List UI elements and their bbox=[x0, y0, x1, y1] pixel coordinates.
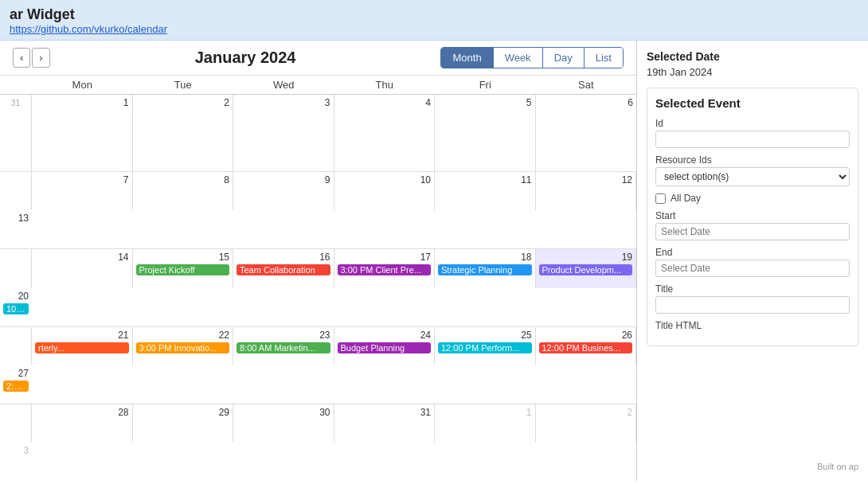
day-cell[interactable]: 2 bbox=[536, 404, 637, 443]
day-num: 23 bbox=[237, 330, 330, 341]
day-cell[interactable]: 12 bbox=[536, 172, 637, 210]
day-cell[interactable]: 10 bbox=[334, 172, 436, 210]
id-field: Id bbox=[655, 118, 850, 148]
day-cell[interactable]: 14 bbox=[32, 249, 133, 287]
start-field: Start bbox=[655, 210, 850, 240]
day-cell[interactable]: 24 Budget Planning bbox=[334, 327, 436, 365]
id-input[interactable] bbox=[655, 131, 850, 148]
day-num: 17 bbox=[338, 252, 432, 263]
view-btn-day[interactable]: Day bbox=[543, 48, 585, 68]
day-cell[interactable]: 21 rterly... bbox=[32, 327, 133, 365]
week-num-4 bbox=[0, 327, 32, 365]
event-marketing[interactable]: 8:00 AM Marketin... bbox=[237, 342, 330, 353]
week-row-5: 28 29 30 31 1 2 bbox=[0, 404, 636, 481]
day-cell[interactable]: 25 12:00 PM Perform... bbox=[435, 327, 536, 365]
view-btn-week[interactable]: Week bbox=[494, 48, 543, 68]
calendar-grid: Mon Tue Wed Thu Fri Sat 31 1 2 bbox=[0, 76, 636, 481]
day-cell[interactable]: 11 bbox=[435, 172, 536, 210]
day-headers: Mon Tue Wed Thu Fri Sat bbox=[0, 76, 636, 95]
end-field: End bbox=[655, 247, 850, 277]
day-num: 7 bbox=[35, 174, 129, 185]
event-training[interactable]: 10:00 AM Training ... bbox=[3, 303, 29, 314]
month-title: January 2024 bbox=[195, 49, 296, 67]
day-cell[interactable]: 7 bbox=[32, 172, 133, 210]
event-innovation[interactable]: 3:00 PM Innovatio... bbox=[136, 342, 230, 353]
day-num: 28 bbox=[35, 407, 129, 418]
event-project-kickoff[interactable]: Project Kickoff bbox=[136, 264, 230, 275]
event-business[interactable]: 12:00 PM Busines... bbox=[539, 342, 633, 353]
day-cell[interactable]: 19 Product Developm... bbox=[536, 249, 637, 287]
event-strategic-planning[interactable]: Strategic Planning bbox=[438, 264, 532, 275]
app-link[interactable]: https://github.com/vkurko/calendar bbox=[10, 23, 167, 35]
end-label: End bbox=[655, 247, 850, 258]
top-banner: ar Widget https://github.com/vkurko/cale… bbox=[0, 0, 868, 41]
day-cell[interactable]: 15 Project Kickoff bbox=[133, 249, 234, 287]
day-cell[interactable]: 3 bbox=[233, 95, 334, 171]
built-on: Built on ap bbox=[647, 462, 858, 471]
event-budget-planning[interactable]: Budget Planning bbox=[338, 342, 432, 353]
day-num: 3 bbox=[3, 445, 29, 456]
day-num: 30 bbox=[237, 407, 330, 418]
day-header-sat: Sat bbox=[536, 76, 637, 94]
selected-date-section: Selected Date 19th Jan 2024 bbox=[647, 50, 858, 78]
day-cell[interactable]: 13 bbox=[0, 210, 32, 248]
day-cell[interactable]: 28 bbox=[32, 404, 133, 443]
day-cell[interactable]: 20 10:00 AM Training ... bbox=[0, 288, 32, 326]
day-num: 12 bbox=[539, 174, 633, 185]
view-btn-month[interactable]: Month bbox=[441, 48, 493, 68]
day-num: 9 bbox=[237, 174, 330, 185]
right-panel: Selected Date 19th Jan 2024 Selected Eve… bbox=[637, 41, 868, 481]
day-cell[interactable]: 27 2:00 PM Customer... bbox=[0, 365, 32, 404]
day-num: 29 bbox=[136, 407, 230, 418]
end-input[interactable] bbox=[655, 260, 850, 277]
resource-ids-select[interactable]: select option(s) bbox=[655, 167, 850, 186]
day-cell[interactable]: 1 bbox=[435, 404, 536, 443]
day-num: 8 bbox=[136, 174, 230, 185]
day-cell[interactable]: 8 bbox=[133, 172, 234, 210]
day-cell[interactable]: 18 Strategic Planning bbox=[435, 249, 536, 287]
day-cell[interactable]: 2 bbox=[133, 95, 234, 171]
event-quarterly[interactable]: rterly... bbox=[35, 342, 129, 353]
day-cell[interactable]: 17 3:00 PM Client Pre... bbox=[334, 249, 436, 287]
day-cell[interactable]: 3 bbox=[0, 443, 32, 481]
start-label: Start bbox=[655, 210, 850, 221]
event-customer[interactable]: 2:00 PM Customer... bbox=[3, 381, 29, 392]
day-cell[interactable]: 4 bbox=[334, 95, 436, 171]
event-performance[interactable]: 12:00 PM Perform... bbox=[438, 342, 532, 353]
all-day-label: All Day bbox=[671, 193, 701, 204]
week-row-2: 7 8 9 10 11 12 bbox=[0, 172, 636, 249]
day-cell[interactable]: 22 3:00 PM Innovatio... bbox=[133, 327, 234, 365]
event-product-development[interactable]: Product Developm... bbox=[539, 264, 633, 275]
calendar-section: ‹ › January 2024 Month Week Day List Mon… bbox=[0, 41, 637, 481]
all-day-checkbox[interactable] bbox=[655, 193, 666, 204]
day-cell[interactable]: 29 bbox=[133, 404, 234, 443]
calendar-body: 31 1 2 3 4 5 bbox=[0, 95, 636, 481]
next-button[interactable]: › bbox=[32, 48, 49, 68]
day-cell[interactable]: 1 bbox=[32, 95, 133, 171]
week-num-1: 31 bbox=[0, 95, 32, 171]
day-num: 31 bbox=[338, 407, 432, 418]
day-cell[interactable]: 9 bbox=[233, 172, 334, 210]
day-cell[interactable]: 6 bbox=[536, 95, 637, 171]
day-num: 13 bbox=[3, 213, 29, 224]
day-num: 26 bbox=[539, 330, 633, 341]
day-num: 5 bbox=[438, 97, 532, 108]
event-team-collaboration[interactable]: Team Collaboration bbox=[237, 264, 330, 275]
day-num: 27 bbox=[3, 368, 29, 379]
day-cell[interactable]: 30 bbox=[233, 404, 334, 443]
title-input[interactable] bbox=[655, 296, 850, 314]
event-client-presentation[interactable]: 3:00 PM Client Pre... bbox=[338, 264, 432, 275]
day-cell[interactable]: 26 12:00 PM Busines... bbox=[536, 327, 637, 365]
prev-button[interactable]: ‹ bbox=[13, 48, 30, 68]
day-num: 11 bbox=[438, 174, 532, 185]
day-cell[interactable]: 31 bbox=[334, 404, 436, 443]
day-num: 2 bbox=[539, 407, 633, 418]
day-cell[interactable]: 5 bbox=[435, 95, 536, 171]
day-num: 18 bbox=[438, 252, 532, 263]
day-cell[interactable]: 23 8:00 AM Marketin... bbox=[233, 327, 334, 365]
view-btn-list[interactable]: List bbox=[585, 48, 623, 68]
nav-buttons: ‹ › bbox=[13, 48, 50, 68]
day-cell[interactable]: 16 Team Collaboration bbox=[233, 249, 334, 287]
start-input[interactable] bbox=[655, 223, 850, 240]
day-num: 10 bbox=[338, 174, 432, 185]
